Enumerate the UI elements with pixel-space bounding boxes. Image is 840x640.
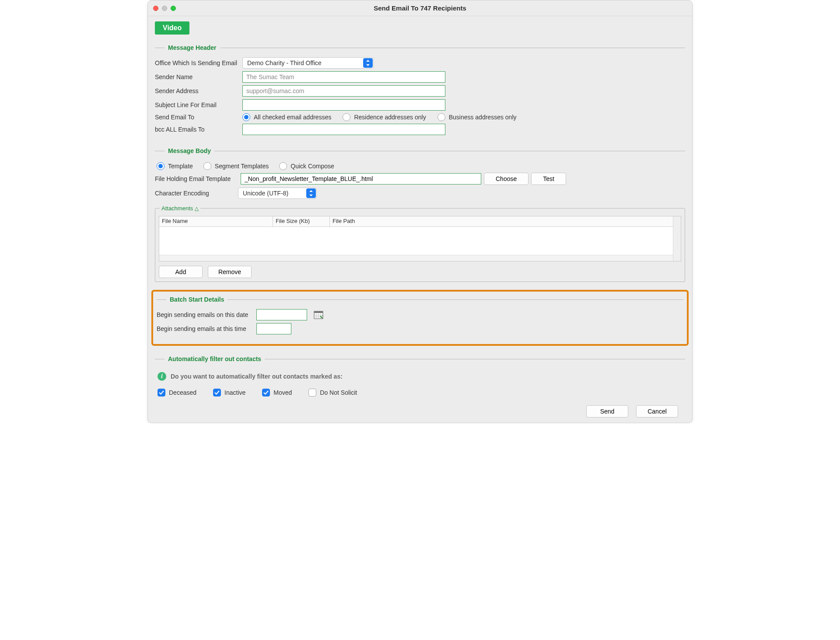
office-value: Demo Charity - Third Office — [247, 59, 322, 66]
template-file-input[interactable] — [241, 173, 481, 184]
send-to-residence-label: Residence addresses only — [354, 114, 426, 121]
message-body-legend: Message Body — [164, 147, 214, 154]
traffic-lights — [153, 6, 176, 11]
mode-template-radio[interactable] — [157, 162, 164, 170]
triangle-icon: △ — [195, 205, 199, 212]
maximize-icon[interactable] — [171, 6, 176, 11]
sender-address-input[interactable] — [242, 85, 445, 97]
filter-section: Automatically filter out contacts i Do y… — [155, 355, 685, 397]
remove-attachment-button[interactable]: Remove — [208, 266, 252, 278]
send-button[interactable]: Send — [586, 405, 628, 417]
add-attachment-button[interactable]: Add — [159, 266, 203, 278]
dialog-window: Send Email To 747 Recipients Video Messa… — [147, 0, 693, 423]
batch-legend: Batch Start Details — [166, 296, 228, 303]
svg-rect-1 — [314, 311, 323, 313]
sender-name-label: Sender Name — [155, 73, 242, 80]
message-body-section: Message Body Template Segment Templates … — [155, 147, 685, 282]
attachments-header-row: File Name File Size (Kb) File Path — [159, 216, 681, 227]
col-filepath[interactable]: File Path — [330, 216, 681, 226]
inactive-checkbox[interactable] — [213, 389, 221, 397]
send-to-business-label: Business addresses only — [449, 114, 517, 121]
moved-checkbox[interactable] — [262, 389, 270, 397]
scrollbar[interactable] — [673, 216, 681, 261]
filter-legend: Automatically filter out contacts — [164, 355, 265, 362]
mode-template-label: Template — [168, 163, 193, 170]
send-to-residence-radio[interactable] — [343, 113, 350, 121]
chevron-updown-icon — [363, 58, 373, 68]
attachments-table: File Name File Size (Kb) File Path — [159, 216, 681, 261]
subject-input[interactable] — [242, 99, 445, 111]
bcc-label: bcc ALL Emails To — [155, 126, 242, 133]
message-header-legend: Message Header — [164, 44, 220, 51]
send-to-all-label: All checked email addresses — [254, 114, 331, 121]
batch-time-input[interactable] — [256, 323, 291, 334]
deceased-checkbox[interactable] — [158, 389, 165, 397]
office-select[interactable]: Demo Charity - Third Office — [242, 57, 374, 69]
mode-quick-label: Quick Compose — [290, 163, 334, 170]
subject-label: Subject Line For Email — [155, 101, 242, 108]
test-button[interactable]: Test — [531, 173, 566, 185]
filter-question: Do you want to automatically filter out … — [171, 373, 343, 380]
filter-checkbox-group: Deceased Inactive Moved Do Not Solicit — [155, 383, 685, 397]
col-filename[interactable]: File Name — [159, 216, 273, 226]
encoding-select[interactable]: Unicode (UTF-8) — [238, 188, 317, 199]
attachments-footer-bar — [159, 255, 673, 261]
sender-address-label: Sender Address — [155, 87, 242, 94]
send-to-business-radio[interactable] — [438, 113, 445, 121]
batch-date-input[interactable] — [256, 309, 307, 320]
batch-date-label: Begin sending emails on this date — [157, 311, 256, 318]
body-mode-radio-group: Template Segment Templates Quick Compose — [155, 162, 685, 170]
footer-button-row: Send Cancel — [155, 397, 685, 417]
close-icon[interactable] — [153, 6, 158, 11]
chevron-updown-icon — [306, 188, 316, 198]
office-label: Office Which Is Sending Email — [155, 59, 242, 66]
calendar-icon[interactable] — [313, 310, 324, 320]
encoding-value: Unicode (UTF-8) — [243, 190, 288, 197]
titlebar: Send Email To 747 Recipients — [148, 0, 692, 16]
template-file-label: File Holding Email Template — [155, 175, 238, 182]
bcc-input[interactable] — [242, 124, 445, 135]
attachments-legend: Attachments△ — [160, 205, 200, 212]
batch-section: Batch Start Details Begin sending emails… — [157, 296, 683, 337]
send-to-radio-group: All checked email addresses Residence ad… — [242, 113, 517, 121]
attachments-section: Attachments△ File Name File Size (Kb) Fi… — [155, 205, 685, 282]
info-icon: i — [158, 372, 166, 381]
send-to-all-radio[interactable] — [242, 113, 250, 121]
window-title: Send Email To 747 Recipients — [153, 4, 687, 12]
cancel-button[interactable]: Cancel — [636, 405, 678, 417]
col-filesize[interactable]: File Size (Kb) — [273, 216, 330, 226]
moved-label: Moved — [273, 389, 292, 396]
video-button[interactable]: Video — [155, 21, 189, 35]
inactive-label: Inactive — [224, 389, 245, 396]
batch-time-label: Begin sending emails at this time — [157, 325, 256, 332]
batch-highlight-box: Batch Start Details Begin sending emails… — [151, 290, 689, 346]
send-to-label: Send Email To — [155, 114, 242, 121]
message-header-section: Message Header Office Which Is Sending E… — [155, 44, 685, 138]
choose-button[interactable]: Choose — [484, 173, 528, 185]
minimize-icon[interactable] — [162, 6, 167, 11]
mode-quick-radio[interactable] — [279, 162, 287, 170]
deceased-label: Deceased — [169, 389, 196, 396]
mode-segment-radio[interactable] — [203, 162, 211, 170]
dns-checkbox[interactable] — [308, 389, 316, 397]
dns-label: Do Not Solicit — [320, 389, 357, 396]
sender-name-input[interactable] — [242, 71, 445, 83]
mode-segment-label: Segment Templates — [215, 163, 269, 170]
encoding-label: Character Encoding — [155, 190, 238, 197]
